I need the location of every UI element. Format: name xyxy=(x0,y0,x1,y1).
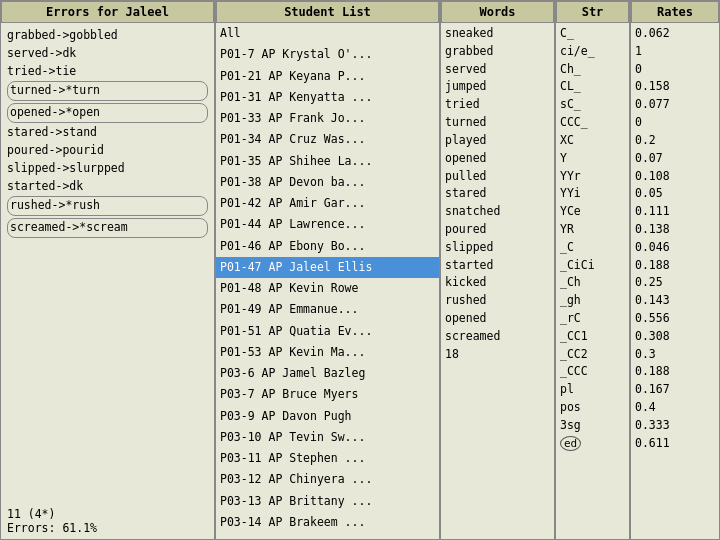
student-item[interactable]: P03-12 AP Chinyera ... xyxy=(216,469,439,490)
error-rate: Errors: 61.1% xyxy=(7,521,208,535)
student-item[interactable]: P03-9 AP Davon Pugh xyxy=(216,406,439,427)
str-item: _rC xyxy=(560,310,625,328)
rates-list: 0.062100.1580.07700.20.070.1080.050.1110… xyxy=(631,23,719,539)
student-item[interactable]: P01-7 AP Krystal O'... xyxy=(216,44,439,65)
str-item: YYr xyxy=(560,168,625,186)
str-item: C_ xyxy=(560,25,625,43)
word-item: slipped xyxy=(445,239,550,257)
error-item: started->dk xyxy=(7,178,208,196)
error-item: opened->*open xyxy=(7,103,208,123)
rate-item: 1 xyxy=(635,43,715,61)
student-item[interactable]: P01-53 AP Kevin Ma... xyxy=(216,342,439,363)
words-panel: Words sneakedgrabbedservedjumpedtriedtur… xyxy=(441,1,556,539)
str-item: pl xyxy=(560,381,625,399)
rate-item: 0.308 xyxy=(635,328,715,346)
students-list[interactable]: AllP01-7 AP Krystal O'...P01-21 AP Keyan… xyxy=(216,23,439,539)
error-item: screamed->*scream xyxy=(7,218,208,238)
rate-item: 0.333 xyxy=(635,417,715,435)
student-item[interactable]: P01-48 AP Kevin Rowe xyxy=(216,278,439,299)
rates-panel: Rates 0.062100.1580.07700.20.070.1080.05… xyxy=(631,1,719,539)
error-item: slipped->slurpped xyxy=(7,160,208,178)
rate-item: 0.4 xyxy=(635,399,715,417)
rate-item: 0.188 xyxy=(635,257,715,275)
rate-item: 0.05 xyxy=(635,185,715,203)
student-item[interactable]: P01-42 AP Amir Gar... xyxy=(216,193,439,214)
str-item: _Ch xyxy=(560,274,625,292)
rate-item: 0.611 xyxy=(635,435,715,453)
student-item[interactable]: P01-47 AP Jaleel Ellis xyxy=(216,257,439,278)
student-item[interactable]: P01-38 AP Devon ba... xyxy=(216,172,439,193)
rate-item: 0 xyxy=(635,114,715,132)
student-item[interactable]: P03-7 AP Bruce Myers xyxy=(216,384,439,405)
word-item: sneaked xyxy=(445,25,550,43)
str-item: CL_ xyxy=(560,78,625,96)
student-item[interactable]: P01-44 AP Lawrence... xyxy=(216,214,439,235)
student-item[interactable]: P01-46 AP Ebony Bo... xyxy=(216,236,439,257)
rate-item: 0.188 xyxy=(635,363,715,381)
student-item[interactable]: P01-51 AP Quatia Ev... xyxy=(216,321,439,342)
str-item: Y xyxy=(560,150,625,168)
rate-item: 0.062 xyxy=(635,25,715,43)
str-item: _CiCi xyxy=(560,257,625,275)
str-item: YR xyxy=(560,221,625,239)
student-item[interactable]: P01-31 AP Kenyatta ... xyxy=(216,87,439,108)
word-item: opened xyxy=(445,150,550,168)
word-item: snatched xyxy=(445,203,550,221)
error-item: served->dk xyxy=(7,45,208,63)
error-item: poured->pourid xyxy=(7,142,208,160)
student-item[interactable]: P01-35 AP Shihee La... xyxy=(216,151,439,172)
rate-item: 0.556 xyxy=(635,310,715,328)
word-item: turned xyxy=(445,114,550,132)
rate-item: 0.143 xyxy=(635,292,715,310)
rate-item: 0.138 xyxy=(635,221,715,239)
word-item: opened xyxy=(445,310,550,328)
rates-header: Rates xyxy=(631,1,719,23)
words-header: Words xyxy=(441,1,554,23)
word-item: screamed xyxy=(445,328,550,346)
students-panel: Student List AllP01-7 AP Krystal O'...P0… xyxy=(216,1,441,539)
rate-item: 0.108 xyxy=(635,168,715,186)
word-item: grabbed xyxy=(445,43,550,61)
word-item: pulled xyxy=(445,168,550,186)
str-list: C_ci/e_Ch_CL_sC_CCC_XCYYYrYYiYCeYR_C_CiC… xyxy=(556,23,629,539)
error-item: stared->stand xyxy=(7,124,208,142)
word-item: played xyxy=(445,132,550,150)
error-item: tried->tie xyxy=(7,63,208,81)
word-item: kicked xyxy=(445,274,550,292)
str-item: YCe xyxy=(560,203,625,221)
student-item[interactable]: All xyxy=(216,23,439,44)
rate-item: 0.167 xyxy=(635,381,715,399)
word-item: rushed xyxy=(445,292,550,310)
student-item[interactable]: P01-34 AP Cruz Was... xyxy=(216,129,439,150)
student-item[interactable]: P01-33 AP Frank Jo... xyxy=(216,108,439,129)
errors-header: Errors for Jaleel xyxy=(1,1,214,23)
str-item: pos xyxy=(560,399,625,417)
student-item[interactable]: P03-14 AP Brakeem ... xyxy=(216,512,439,533)
errors-footer: 11 (4*) Errors: 61.1% xyxy=(1,505,214,539)
rate-item: 0.077 xyxy=(635,96,715,114)
word-item: stared xyxy=(445,185,550,203)
students-header: Student List xyxy=(216,1,439,23)
str-item: sC_ xyxy=(560,96,625,114)
word-item: jumped xyxy=(445,78,550,96)
student-item[interactable]: P01-49 AP Emmanue... xyxy=(216,299,439,320)
errors-content: grabbed->gobbledserved->dktried->tieturn… xyxy=(1,23,214,505)
student-item[interactable]: P03-11 AP Stephen ... xyxy=(216,448,439,469)
str-item: CCC_ xyxy=(560,114,625,132)
student-item[interactable]: P03-10 AP Tevin Sw... xyxy=(216,427,439,448)
str-panel: Str C_ci/e_Ch_CL_sC_CCC_XCYYYrYYiYCeYR_C… xyxy=(556,1,631,539)
str-item: _CCC xyxy=(560,363,625,381)
rate-item: 0.3 xyxy=(635,346,715,364)
rate-item: 0.111 xyxy=(635,203,715,221)
error-count: 11 (4*) xyxy=(7,507,208,521)
str-item: YYi xyxy=(560,185,625,203)
word-item: tried xyxy=(445,96,550,114)
error-item: rushed->*rush xyxy=(7,196,208,216)
student-item[interactable]: P03-13 AP Brittany ... xyxy=(216,491,439,512)
rate-item: 0.07 xyxy=(635,150,715,168)
str-item: 3sg xyxy=(560,417,625,435)
student-item[interactable]: P01-21 AP Keyana P... xyxy=(216,66,439,87)
student-item[interactable]: P03-6 AP Jamel Bazleg xyxy=(216,363,439,384)
word-item: poured xyxy=(445,221,550,239)
word-item: served xyxy=(445,61,550,79)
